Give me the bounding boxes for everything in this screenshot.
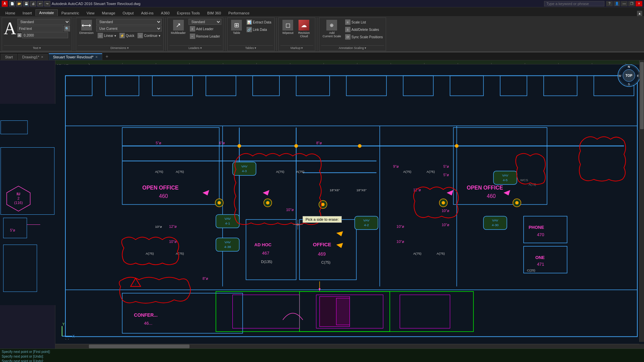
tab-a360[interactable]: A360 <box>157 10 173 16</box>
add-current-scale-label: AddCurrent Scale <box>323 31 341 38</box>
qat-save[interactable]: 💾 <box>23 1 29 6</box>
svg-point-135 <box>237 144 241 148</box>
extract-data-label: Extract Data <box>253 20 271 24</box>
svg-text:CONFER...: CONFER... <box>134 312 158 318</box>
svg-text:470: 470 <box>537 232 544 237</box>
tab-performance[interactable]: Performance <box>225 10 253 16</box>
dimensions-content: ⟷ Dimension Standard Use Current ↔ Linea… <box>78 19 162 45</box>
svg-text:OPEN OFFICE: OPEN OFFICE <box>467 185 503 191</box>
svg-text:5"ø: 5"ø <box>156 141 161 145</box>
text-height-input[interactable] <box>22 32 68 38</box>
multileader-large-btn[interactable]: ↗ Multileader <box>169 19 187 36</box>
group-leaders: ↗ Multileader Standard + Add Leader − Re… <box>167 17 223 51</box>
vscroll-thumb[interactable] <box>640 62 644 129</box>
qat-open[interactable]: 📂 <box>16 1 22 6</box>
svg-text:A(75): A(75) <box>413 252 421 255</box>
restore-btn[interactable]: ❐ <box>628 1 635 6</box>
continue-btn[interactable]: ↔ Continue▾ <box>136 32 161 39</box>
tab-expresstools[interactable]: Express Tools <box>173 10 204 16</box>
minimize-btn[interactable]: — <box>621 1 628 6</box>
linear-btn[interactable]: ↔ Linear▾ <box>96 32 117 39</box>
tab-parametric[interactable]: Parametric <box>58 10 83 16</box>
tab-home[interactable]: Home <box>2 10 19 16</box>
svg-text:VAV: VAV <box>224 240 231 244</box>
svg-text:9"ø: 9"ø <box>393 164 399 168</box>
find-text-icon[interactable]: 🔍 <box>64 25 70 32</box>
title-left: A 📄 📂 💾 🖨 ↩ ↪ Autodesk AutoCAD 2016 Steu… <box>2 1 141 7</box>
hscroll-thumb[interactable] <box>89 345 190 348</box>
keyword-search[interactable] <box>544 1 604 6</box>
ribbon-toggle[interactable]: ▲ <box>637 11 642 16</box>
leader-style-dropdown[interactable]: Standard <box>189 19 221 25</box>
tab-steuart[interactable]: Steuart Tower Revcloud* ✕ <box>49 53 102 60</box>
sign-in-btn[interactable]: 👤 <box>613 1 620 6</box>
remove-leader-label: Remove Leader <box>196 35 220 38</box>
tab-insert[interactable]: Insert <box>19 10 36 16</box>
tab-annotate[interactable]: Annotate <box>36 9 58 16</box>
horizontal-scrollbar[interactable] <box>55 344 639 349</box>
tab-start[interactable]: Start <box>1 54 17 60</box>
tab-view[interactable]: View <box>83 10 98 16</box>
table-large-btn[interactable]: ⊞ Table <box>229 19 244 36</box>
find-text-input[interactable] <box>17 25 63 32</box>
link-data-btn[interactable]: 🔗 Link Data <box>245 26 273 33</box>
close-btn[interactable]: ✕ <box>636 1 642 6</box>
tab-drawing1-close[interactable]: ✕ <box>41 55 44 59</box>
multiline-text-large-icon[interactable]: A <box>4 20 16 37</box>
svg-text:A(75): A(75) <box>146 252 154 255</box>
quick-label: Quick <box>126 34 135 38</box>
dimension-large-btn[interactable]: ⟷ Dimension <box>78 19 96 36</box>
svg-text:C(25): C(25) <box>527 268 535 272</box>
svg-text:8"ø: 8"ø <box>316 141 322 145</box>
qat-new[interactable]: 📄 <box>9 1 15 6</box>
vertical-scrollbar[interactable] <box>639 60 644 342</box>
link-data-label: Link Data <box>253 28 267 32</box>
qat-redo[interactable]: ↪ <box>44 1 50 6</box>
ruler-svg <box>55 60 639 64</box>
text-sub-controls: Standard 🔍 A <box>17 19 70 38</box>
info-btn[interactable]: ? <box>606 1 613 6</box>
qat-undo[interactable]: ↩ <box>37 1 43 6</box>
dim-style-dropdown[interactable]: Standard <box>96 19 161 25</box>
dim-use-current[interactable]: Use Current <box>96 25 161 32</box>
svg-text:4-5: 4-5 <box>503 178 508 182</box>
tab-manage[interactable]: Manage <box>98 10 119 16</box>
tab-drawing1[interactable]: Drawing1* ✕ <box>18 54 48 60</box>
tab-steuart-close[interactable]: ✕ <box>95 55 98 59</box>
tab-addins[interactable]: Add-ins <box>138 10 157 16</box>
add-leader-btn[interactable]: + Add Leader <box>189 25 221 32</box>
svg-point-115 <box>515 201 519 205</box>
add-current-scale-large-btn[interactable]: ⊕ AddCurrent Scale <box>321 19 343 39</box>
revision-cloud-large-btn[interactable]: ☁ RevisionCloud <box>297 19 312 39</box>
wipeout-label: Wipeout <box>282 31 293 35</box>
text-style-dropdown[interactable]: Standard <box>17 19 70 25</box>
svg-text:460: 460 <box>159 193 168 199</box>
svg-text:10"ø: 10"ø <box>442 209 449 213</box>
add-delete-scales-btn[interactable]: ± Add/Delete Scales <box>344 26 384 33</box>
document-tab-bar: Start Drawing1* ✕ Steuart Tower Revcloud… <box>0 52 644 60</box>
svg-text:A(75): A(75) <box>176 252 184 255</box>
title-bar: A 📄 📂 💾 🖨 ↩ ↪ Autodesk AutoCAD 2016 Steu… <box>0 0 644 7</box>
tab-add-btn[interactable]: + <box>103 53 111 60</box>
svg-text:(116): (116) <box>14 201 23 205</box>
qat-print[interactable]: 🖨 <box>30 1 36 6</box>
cad-canvas[interactable]: OPEN OFFICE 460 OPEN OFFICE 460 AD HOC 4… <box>55 60 644 349</box>
svg-point-138 <box>455 144 459 148</box>
scale-list-btn[interactable]: ≡ Scale List <box>344 19 384 25</box>
tab-bim360[interactable]: BIM 360 <box>204 10 225 16</box>
sync-scale-btn[interactable]: ⟳ Sync Scale Positions <box>344 34 384 40</box>
svg-text:E: E <box>637 74 639 77</box>
remove-leader-btn[interactable]: − Remove Leader <box>189 33 221 40</box>
wipeout-large-btn[interactable]: ◻ Wipeout <box>280 19 296 36</box>
annoscale-content: ⊕ AddCurrent Scale ≡ Scale List ± Add/De… <box>321 19 384 45</box>
extract-data-btn[interactable]: 📊 Extract Data <box>245 19 273 25</box>
title-right: ? 👤 — ❐ ✕ <box>544 1 642 6</box>
sync-scale-icon: ⟳ <box>345 34 351 40</box>
tab-output[interactable]: Output <box>119 10 138 16</box>
svg-text:A(75): A(75) <box>296 170 304 173</box>
compass-svg: N E S W TOP <box>617 64 641 87</box>
multileader-icon: ↗ <box>173 20 184 31</box>
svg-text:D(135): D(135) <box>261 260 272 264</box>
quick-btn[interactable]: ⚡ Quick <box>118 32 136 39</box>
ribbon-tabs: Home Insert Annotate Parametric View Man… <box>0 7 644 16</box>
